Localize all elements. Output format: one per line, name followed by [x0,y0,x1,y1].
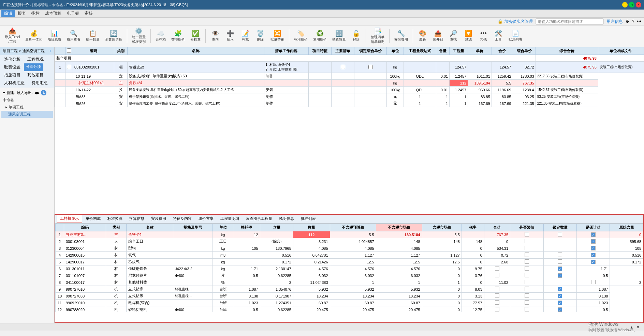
sort-list-button[interactable]: 📑 整理清单清单锁定 [369,27,386,45]
import-excel-button[interactable]: 📥 导入Excel/工程 [3,27,22,45]
col-content: 清单工作内容 [264,47,308,55]
sidebar-item-single[interactable]: ▸ 单项工程 [1,104,53,111]
price-group-button[interactable]: 🏷️ 标准组价 [292,29,310,43]
bottom-table-row: 3 012300004 材 型钢 kg 105 130.7965 4.085 4… [56,245,643,252]
select-all-checkbox[interactable] [67,48,71,53]
bottom-tab-notes[interactable]: 批注列表 [297,215,319,223]
nav-other-item[interactable]: 其他项目 [24,71,47,79]
expense-view-button[interactable]: 🔍 费用查看 [65,29,83,43]
tool-icon: 🛠️ [495,30,502,36]
menu-index[interactable]: 指标 [29,10,42,17]
batch-table-button[interactable]: 📄 批注列表 [507,29,524,43]
reuse-group-button[interactable]: ♻️ 复用组价 [311,29,329,43]
bottom-tab-feature[interactable]: 特征及内容 [170,215,195,223]
bottom-tab-qty-detail[interactable]: 工程量明细 [217,215,243,223]
row1-checkbox[interactable] [67,65,71,69]
tool-button[interactable]: 🛠️ 工具 [492,29,505,43]
bcol-spec: 规格及型号 [173,224,213,231]
nav-manpower[interactable]: 人材机汇总 [1,79,28,87]
row12-priced-cb [558,307,562,312]
resolve-button[interactable]: 🔓 解除 [349,29,363,43]
toolbar-new-create[interactable]: + 新建- 导入导出- ◀▶ ↻ [1,89,53,96]
nav-section[interactable]: 分部分项 [24,63,43,71]
menu-bar: 编辑 报表 指标 成本预算 电子标 审核 [0,10,644,18]
row6-est-cb [495,266,499,271]
table-row: 补充主材00141 主 角铁4*4 kg 112 139.5184 5.5 [55,80,644,87]
convert-num-button[interactable]: 🔢 换算数量 [330,29,348,43]
bottom-tab-reverse-check[interactable]: 反查图形工程量 [243,215,276,223]
filter-icon: 🔽 [465,30,472,36]
price-optimize-button[interactable]: 💰 量价一体化 [23,29,44,43]
cloud-store-button[interactable]: ☁️ 云存档 [153,29,168,43]
bottom-table-row: 2 000103001 人 综合工日 工日 (综合) 3.231 4.02485… [56,238,643,245]
row3-priced-cb [591,246,596,250]
row7-priced-cb [558,273,562,278]
bcol-count: 数量 [293,224,330,231]
bottom-tab-unit-cost[interactable]: 单价构成 [82,215,104,223]
find-icon: 🔎 [450,30,457,36]
bottom-tab-std-convert[interactable]: 标准换算 [104,215,126,223]
find-button[interactable]: 🔎 查找 [447,29,460,43]
unified-qty-button[interactable]: 📋 统一数量 [84,29,102,43]
row9-priced-cb [558,287,562,291]
nav-push-item[interactable]: 措施项目 [1,71,24,79]
install-fee-button[interactable]: 🔧 安装费用 [392,29,410,43]
nav-cost-analysis[interactable]: 造价分析 [1,56,24,63]
sidebar-item-unnamed[interactable]: 未命名 [1,96,53,104]
fill-button[interactable]: 📝 补充 [238,29,252,43]
user-info[interactable]: 用户信息 [606,19,623,25]
all-switch-button[interactable]: 🔄 全套用切换 [103,29,124,43]
close-button[interactable]: × [636,2,641,7]
row5-lock-cb [558,259,562,264]
color-button[interactable]: 🎨 颜色 [416,29,429,43]
bottom-materials-table: 编码 类别 名称 规格及型号 单位 损耗率 含量 数量 不含税预算价 不含税市场… [55,224,643,312]
settings-icon[interactable]: ⚙ [626,19,629,24]
bcol-qty: 含量 [260,224,293,231]
menu-report[interactable]: 报表 [15,10,29,17]
view-button[interactable]: 👁️ 查询 [208,29,222,43]
batch-change-button[interactable]: 🔀 批量替刷 [268,29,286,43]
filter-button[interactable]: 🔽 过滤 [462,29,475,43]
bottom-tab-desc[interactable]: 说明信息 [276,215,297,223]
cloud-check-button[interactable]: ✅ 云检查 [188,29,203,43]
row1-main-cb[interactable] [341,65,345,69]
nav-project-overview[interactable]: 工程概况 [24,56,47,63]
bottom-table-row: 6 031301011 材 低碳钢焊条 J422 Φ3.2 kg 1.71 2.… [56,265,643,272]
project-fee-button[interactable]: 📊 项目总费 [46,29,63,43]
sidebar-add-icon[interactable]: + [49,49,52,54]
maximize-button[interactable]: □ [629,2,634,7]
unified-setting-button[interactable]: ⚙️ 统一设置模板类别 [130,27,148,45]
col-price: 单价 [468,47,492,55]
row9-lock-cb [525,287,529,291]
delete-button[interactable]: 🗑️ 删除 [253,29,267,43]
menu-cost[interactable]: 成本预算 [42,10,64,17]
menu-electronic[interactable]: 电子标 [64,10,82,17]
bottom-tab-group-plan[interactable]: 组价方案 [195,215,217,223]
col-expr: 工程量表达式 [404,47,436,55]
bcol-orig-qty: 原始含量 [610,224,643,231]
col-seq [55,47,65,55]
help-icon[interactable]: ? [632,19,634,24]
other-button[interactable]: ••• 其他 [477,29,490,43]
expand-button[interactable]: 📤 展开到 [431,29,445,43]
insert-button[interactable]: ➕ 插入 [223,29,237,43]
menu-audit[interactable]: 审核 [82,10,96,17]
nav-fetch-setting[interactable]: 取费设置 [1,63,24,71]
bottom-tab-convert-info[interactable]: 换算信息 [126,215,148,223]
sidebar-item-hvac[interactable]: 通风空调工程 [1,111,53,118]
bottom-tab-materials[interactable]: 工料机显示 [57,215,82,223]
col-check [65,47,73,55]
smart-group-button[interactable]: 🧩 智能组价 [169,29,187,43]
row1-lock-cb[interactable] [368,65,373,69]
table-row: BM26 安 操作高度增加费_操作物高度≤10m(给排水、采暖、燃气工程) 制作… [55,100,644,107]
lock-management[interactable]: 🔒 加密锁实名管理 [498,19,532,25]
bottom-tab-install-fee[interactable]: 安装费用 [148,215,170,223]
menu-edit[interactable]: 编辑 [1,10,15,17]
refresh-icon[interactable]: ↻ [41,90,46,95]
search-input[interactable] [536,18,604,25]
minimize-button[interactable]: − [622,2,628,7]
delete-icon: 🗑️ [257,30,264,36]
row2-lock-cb [558,239,562,243]
nav-fee-summary[interactable]: 费用汇总 [28,79,51,87]
more-icon[interactable]: ••• [637,19,641,24]
